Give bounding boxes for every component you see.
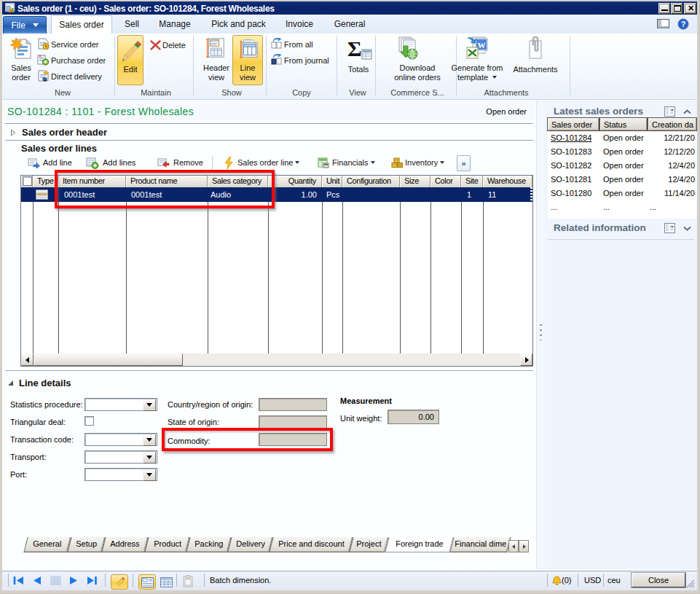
svg-text:Σ: Σ <box>347 36 362 60</box>
svg-text:W: W <box>478 41 486 50</box>
svg-text:?: ? <box>681 20 686 28</box>
